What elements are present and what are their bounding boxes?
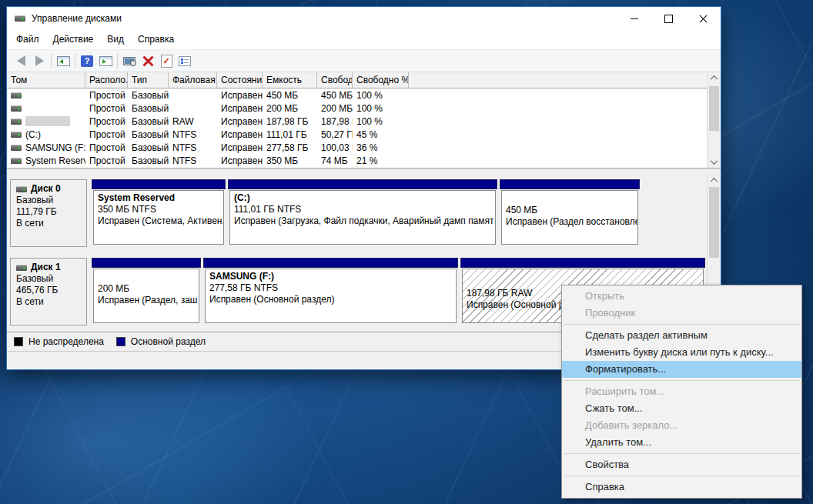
volume-free-pct: 45 %: [353, 129, 409, 140]
menu-help[interactable]: Справка: [131, 32, 181, 48]
properties-button[interactable]: ✓: [157, 52, 176, 69]
partition-title: System Reserved: [98, 192, 219, 204]
partition-status-line: Исправен (Система, Активен,: [98, 215, 219, 227]
volume-layout: Простой: [85, 129, 128, 140]
view-options-button[interactable]: [176, 52, 194, 69]
volume-row[interactable]: Простой Базовый Исправен... 200 МБ 200 М…: [7, 102, 721, 115]
partition-recovery[interactable]: 450 МБ Исправен (Раздел восстановле: [500, 179, 640, 247]
column-volume[interactable]: Том: [7, 72, 85, 88]
scroll-down-button[interactable]: [708, 156, 721, 168]
minimize-button[interactable]: [617, 7, 651, 30]
column-free-pct[interactable]: Свободно %: [353, 72, 409, 88]
unallocated-color-swatch: [14, 337, 23, 346]
volume-row[interactable]: System Reserved Простой Базовый NTFS Исп…: [7, 154, 721, 167]
partition-type-band: [92, 179, 226, 189]
list-scrollbar[interactable]: [707, 72, 721, 168]
legend-unallocated: Не распределена: [14, 336, 104, 347]
partition-system-reserved[interactable]: System Reserved 350 МБ NTFS Исправен (Си…: [92, 179, 226, 247]
menu-action[interactable]: Действие: [46, 32, 101, 48]
toolbar-separator: [75, 54, 75, 68]
partition-size-line: 450 МБ: [506, 205, 634, 216]
console-tree-button[interactable]: [54, 52, 72, 69]
disk-type: Базовый: [16, 273, 86, 285]
toolbar: ? ✓: [7, 49, 721, 72]
volume-type: Базовый: [128, 142, 169, 153]
scroll-up-button[interactable]: [708, 175, 721, 186]
menu-item-mark-partition-active[interactable]: Сделать раздел активным: [562, 327, 801, 344]
menu-separator: [564, 453, 800, 454]
partition-status-line: Исправен (Раздел восстановле: [506, 216, 634, 228]
menu-view[interactable]: Вид: [100, 32, 131, 48]
disk-0-row: Диск 0 Базовый 111,79 ГБ В сети System R…: [10, 179, 640, 247]
chevron-up-icon: [711, 75, 718, 83]
partition-samsung-f[interactable]: SAMSUNG (F:) 277,58 ГБ NTFS Исправен (Ос…: [203, 258, 458, 325]
menu-item-change-drive-letter[interactable]: Изменить букву диска или путь к диску...: [562, 344, 801, 361]
menu-item-delete-volume[interactable]: Удалить том...: [562, 434, 801, 451]
volume-row[interactable]: SAMSUNG (F:) Простой Базовый NTFS Исправ…: [7, 141, 721, 154]
pane-splitter[interactable]: [7, 168, 721, 175]
disk-0-info-card[interactable]: Диск 0 Базовый 111,79 ГБ В сети: [10, 179, 87, 247]
volume-status: Исправен...: [217, 155, 263, 166]
partition-size-line: 277,58 ГБ NTFS: [209, 282, 452, 294]
volume-free-pct: 36 %: [353, 142, 409, 153]
partition-size-line: 200 МБ: [98, 283, 195, 295]
volume-status: Исправен...: [217, 90, 263, 101]
volume-row[interactable]: (C:) Простой Базовый NTFS Исправен... 11…: [7, 128, 721, 141]
volume-type: Базовый: [128, 116, 169, 127]
app-disk-icon: [15, 15, 25, 22]
console-tree-icon: [57, 56, 70, 66]
partition-body: 450 МБ Исправен (Раздел восстановле: [501, 190, 638, 245]
back-button[interactable]: [12, 52, 30, 69]
partition-body: 200 МБ Исправен (Раздел, заш: [93, 269, 199, 323]
delete-volume-button[interactable]: [139, 52, 157, 69]
menu-item-add-mirror: Добавить зеркало...: [562, 417, 801, 434]
column-type[interactable]: Тип: [128, 72, 169, 88]
column-free[interactable]: Свобод...: [317, 72, 353, 88]
column-status[interactable]: Состояние: [217, 72, 263, 88]
menu-bar: Файл Действие Вид Справка: [7, 30, 721, 49]
close-button[interactable]: [686, 7, 721, 30]
menu-item-help[interactable]: Справка: [562, 479, 801, 496]
volume-free-pct: 21 %: [353, 155, 409, 166]
volume-row[interactable]: Простой Базовый Исправен... 450 МБ 450 М…: [7, 88, 721, 102]
checklist-icon: [179, 56, 191, 66]
volume-layout: Простой: [85, 103, 128, 114]
maximize-button[interactable]: [651, 7, 686, 30]
scrollbar-thumb[interactable]: [709, 86, 719, 131]
legend-label: Не распределена: [28, 336, 104, 347]
menu-item-format[interactable]: Форматировать...: [562, 361, 801, 378]
volume-capacity: 187,98 ГБ: [263, 116, 317, 127]
titlebar[interactable]: Управление дисками: [7, 7, 721, 30]
partition-protected[interactable]: 200 МБ Исправен (Раздел, заш: [92, 258, 201, 325]
disk-1-info-card[interactable]: Диск 1 Базовый 465,76 ГБ В сети: [10, 258, 87, 325]
partition-c-drive[interactable]: (C:) 111,01 ГБ NTFS Исправен (Загрузка, …: [228, 179, 497, 247]
menu-separator: [564, 476, 800, 476]
menu-item-open: Открыть: [562, 288, 801, 305]
context-menu: Открыть Проводник Сделать раздел активны…: [561, 285, 802, 499]
volume-name: System Reserved: [25, 155, 85, 166]
help-button[interactable]: ?: [78, 52, 96, 69]
menu-item-shrink-volume[interactable]: Сжать том...: [562, 400, 801, 417]
partition-body: (C:) 111,01 ГБ NTFS Исправен (Загрузка, …: [229, 190, 496, 245]
volume-layout: Простой: [85, 90, 128, 101]
chevron-down-icon: [711, 157, 718, 165]
rescan-button[interactable]: [120, 52, 139, 69]
menu-separator: [564, 324, 800, 325]
forward-button[interactable]: [30, 52, 49, 69]
legend-label: Основной раздел: [131, 336, 206, 347]
menu-item-properties[interactable]: Свойства: [562, 456, 801, 473]
volume-layout: Простой: [85, 142, 128, 153]
menu-file[interactable]: Файл: [9, 32, 46, 48]
volume-row-selected[interactable]: Простой Базовый RAW Исправен... 187,98 Г…: [7, 115, 721, 128]
scrollbar-thumb[interactable]: [709, 187, 719, 258]
column-capacity[interactable]: Емкость: [263, 72, 317, 88]
volume-free: 50,27 ГБ: [317, 129, 353, 140]
action-pane-button[interactable]: [96, 52, 115, 69]
column-filesystem[interactable]: Файловая с...: [169, 72, 217, 88]
disk-label: Диск 0: [31, 183, 61, 195]
scroll-up-button[interactable]: [708, 72, 721, 84]
disk-type: Базовый: [16, 195, 86, 206]
partition-title: (C:): [234, 192, 491, 204]
column-layout[interactable]: Располо...: [85, 72, 128, 88]
volume-free: 450 МБ: [317, 90, 353, 101]
